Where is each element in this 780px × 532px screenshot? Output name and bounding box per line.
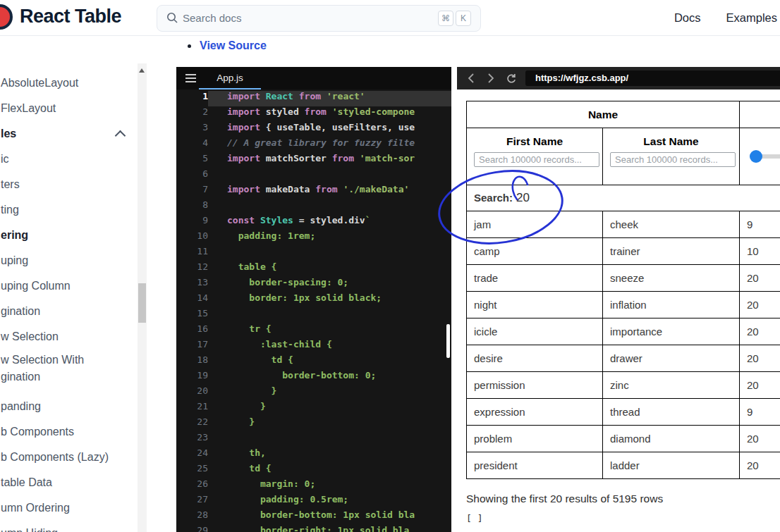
- code-line[interactable]: 12 table {: [176, 261, 451, 277]
- code-line[interactable]: 26 margin: 0;: [176, 478, 451, 494]
- sidebar-item[interactable]: b Components (Lazy): [1, 445, 150, 470]
- table-cell: problem: [467, 426, 603, 452]
- forward-icon[interactable]: [487, 73, 495, 87]
- sidebar-item[interactable]: b Components: [1, 419, 150, 445]
- table-cell: 20: [740, 318, 780, 345]
- docs-search-input[interactable]: Search docs ⌘ K: [157, 5, 481, 32]
- sidebar-item[interactable]: w Selection With gination: [1, 349, 150, 394]
- sidebar-item[interactable]: AbsoluteLayout: [1, 70, 150, 96]
- app-logo[interactable]: React Table: [20, 6, 121, 27]
- code-line[interactable]: 24 th,: [176, 447, 451, 463]
- col-last-name[interactable]: Last Name: [603, 128, 740, 185]
- code-line[interactable]: 27 padding: 0.5rem;: [176, 494, 451, 509]
- nav-examples-link[interactable]: Examples: [726, 11, 777, 25]
- sidebar-item-label: ic: [1, 153, 9, 166]
- code-line[interactable]: 1import React from 'react': [176, 91, 451, 106]
- view-source-link[interactable]: View Source: [200, 39, 267, 52]
- code-line[interactable]: 4// A great library for fuzzy filte: [176, 137, 451, 153]
- line-number: 6: [176, 168, 208, 184]
- table-cell: diamond: [603, 426, 740, 452]
- code-line[interactable]: 13 border-spacing: 0;: [176, 277, 451, 292]
- code-line[interactable]: 8: [176, 199, 451, 215]
- line-number: 9: [176, 215, 208, 230]
- code-line[interactable]: 15: [176, 308, 451, 323]
- sidebar-scrollbar[interactable]: [138, 63, 147, 532]
- refresh-icon[interactable]: [505, 73, 518, 87]
- code-line[interactable]: 14 border: 1px solid black;: [176, 292, 451, 308]
- code-line[interactable]: 18 td {: [176, 354, 451, 370]
- table-row: camptrainer10: [467, 238, 780, 265]
- code-line[interactable]: 28 border-bottom: 1px solid bla: [176, 509, 451, 525]
- sidebar-item-label: gination: [1, 305, 40, 318]
- sidebar-item[interactable]: uping: [1, 248, 150, 273]
- code-area[interactable]: 1import React from 'react'2import styled…: [176, 89, 451, 532]
- sidebar-scrollbar-thumb[interactable]: [138, 283, 146, 323]
- table-cell: 9: [740, 399, 780, 426]
- table-cell: expression: [467, 399, 603, 426]
- scroll-up-arrow-icon[interactable]: [139, 68, 145, 73]
- code-line[interactable]: 22 }: [176, 416, 451, 432]
- code-line[interactable]: 29 border-right: 1px solid bla: [176, 525, 451, 532]
- table-cell: drawer: [603, 345, 740, 372]
- sidebar-item[interactable]: table Data: [1, 470, 150, 495]
- table-cell: thread: [603, 399, 740, 426]
- sidebar-item[interactable]: umn Ordering: [1, 495, 150, 521]
- code-line[interactable]: 25 td {: [176, 463, 451, 478]
- code-line[interactable]: 2import styled from 'styled-compone: [176, 106, 451, 122]
- sidebar-item-label: AbsoluteLayout: [1, 77, 78, 89]
- code-line[interactable]: 17 :last-child {: [176, 339, 451, 354]
- code-line[interactable]: 9const Styles = styled.div`: [176, 215, 451, 230]
- code-line[interactable]: 10 padding: 1rem;: [176, 230, 451, 246]
- code-line[interactable]: 21 }: [176, 401, 451, 416]
- line-number: 10: [176, 230, 208, 246]
- tab-appjs[interactable]: App.js: [199, 67, 261, 89]
- global-search-cell[interactable]: Search:20: [467, 185, 780, 211]
- editor-scrollbar-thumb[interactable]: [446, 324, 450, 358]
- code-line[interactable]: 23: [176, 432, 451, 447]
- table-cell: ladder: [603, 452, 740, 479]
- last-name-filter-input[interactable]: [610, 152, 736, 167]
- line-number: 4: [176, 137, 208, 153]
- url-bar[interactable]: https://wfjgz.csb.app/: [525, 70, 780, 86]
- sidebar-item[interactable]: panding: [1, 394, 150, 419]
- global-search-value[interactable]: 20: [516, 191, 530, 204]
- menu-icon[interactable]: [185, 74, 196, 85]
- group-header-name[interactable]: Name: [467, 101, 740, 128]
- code-line[interactable]: 11: [176, 246, 451, 261]
- code-line[interactable]: 16 tr {: [176, 323, 451, 339]
- global-search-row: Search:20: [467, 185, 780, 211]
- first-name-filter-input[interactable]: [474, 152, 599, 167]
- code-line[interactable]: 6: [176, 168, 451, 184]
- sidebar-item[interactable]: ters: [1, 172, 150, 197]
- sidebar-item[interactable]: gination: [1, 299, 150, 324]
- code-line[interactable]: 20 }: [176, 385, 451, 401]
- table-cell: inflation: [603, 292, 740, 318]
- sidebar-item[interactable]: les: [1, 121, 150, 147]
- table-cell: 20: [740, 452, 780, 479]
- sidebar-item[interactable]: uping Column: [1, 273, 150, 299]
- editor-header: App.js: [176, 67, 451, 89]
- code-line[interactable]: 5import matchSorter from 'match-sor: [176, 153, 451, 168]
- sidebar-item-label: panding: [1, 400, 41, 413]
- sidebar-item[interactable]: ering: [1, 223, 150, 248]
- col-first-name[interactable]: First Name: [467, 128, 603, 185]
- sidebar-item[interactable]: ic: [1, 147, 150, 172]
- code-line[interactable]: 3import { useTable, useFilters, use: [176, 122, 451, 137]
- logo-text: React Table: [20, 6, 121, 27]
- table-cell: trade: [467, 265, 603, 292]
- cmd-key-icon: ⌘: [438, 11, 453, 26]
- back-icon[interactable]: [467, 73, 475, 87]
- table-cell: 20: [740, 292, 780, 318]
- nav-docs-link[interactable]: Docs: [674, 11, 701, 25]
- table-cell: 20: [740, 426, 780, 452]
- sidebar-item[interactable]: ting: [1, 197, 150, 223]
- line-number: 18: [176, 354, 208, 370]
- sidebar-item[interactable]: umn Hiding: [1, 521, 150, 532]
- sidebar-item[interactable]: w Selection: [1, 324, 150, 349]
- preview-content: Name First Name Last Name: [457, 89, 780, 532]
- sidebar-item[interactable]: FlexLayout: [1, 96, 150, 121]
- line-number: 19: [176, 370, 208, 385]
- code-line[interactable]: 7import makeData from './makeData': [176, 184, 451, 199]
- age-slider-knob[interactable]: [750, 150, 762, 163]
- code-line[interactable]: 19 border-bottom: 0;: [176, 370, 451, 385]
